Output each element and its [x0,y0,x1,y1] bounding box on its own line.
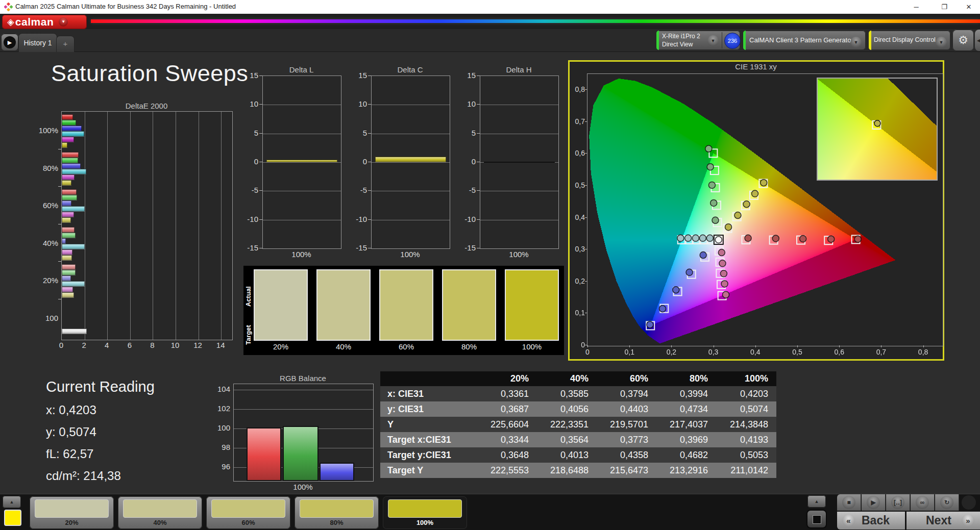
app-window: Calman 2025 Calman Ultimate for Business… [0,0,980,530]
cell-value: 0,3969 [656,432,716,447]
calman-logo-button[interactable]: ◈ calman ▼ [2,15,87,29]
cell-value: 0,4193 [716,432,776,447]
rgb-balance-plot[interactable] [233,384,374,482]
cell-value: 0,4403 [597,401,656,417]
axis-tick [629,345,630,347]
cell-value: 0,3794 [597,386,656,401]
gridline [176,112,176,340]
deltae-bar-cyan [62,206,85,212]
pattern-status-bar [743,31,746,50]
deltae-bar-yellow [62,217,71,223]
axis-tick [368,133,371,134]
cie-x-axis-label: 0,5 [787,348,807,356]
add-tab-button[interactable]: + [56,36,75,52]
deltae2000-chart-title: DeltaE 2000 [31,102,262,110]
cell-value: 222,3351 [537,417,597,432]
delta-bar [375,157,446,162]
tab-history-1[interactable]: History 1 [18,33,57,52]
measure-controls-panel: ▲ [805,494,828,530]
current-reading-x: x: 0,4203 [46,403,96,417]
chevron-down-icon: ▼ [850,37,862,48]
axis-tick [259,190,262,191]
cie-y-axis-label: 0,4 [562,213,585,221]
axis-tick [585,121,587,122]
spot-indicator [962,495,976,510]
y-axis-label: 0 [347,157,367,166]
chevrons-right-icon: » [962,514,974,527]
deltaC-plot[interactable] [371,75,450,249]
group-label: 60% [22,201,58,210]
cie-x-axis-label: 0 [577,348,598,356]
saturation-button-20%[interactable]: 20% [30,496,114,529]
deltae-bar-red [62,152,79,158]
saturation-button-40%[interactable]: 40% [118,496,202,529]
x-axis-label: 10 [167,341,183,349]
y-axis-label: 10 [455,99,476,108]
cell-value: 0,3773 [597,432,656,447]
gridline [221,112,222,340]
continuous-button[interactable]: ∞ [911,494,935,511]
stop-measure-button[interactable] [806,510,827,528]
next-button[interactable]: Next » [906,512,980,529]
y-axis-label: -15 [455,243,476,252]
tab-scroll-button[interactable]: ▶ [1,34,18,51]
cie-y-axis-label: 0,8 [562,85,585,93]
window-titlebar: Calman 2025 Calman Ultimate for Business… [0,0,980,14]
axis-tick [671,345,672,347]
axis-tick [585,313,587,313]
display-control-dropdown[interactable]: Direct Display Control ▼ [869,31,950,50]
axis-tick [58,299,61,299]
loop-button[interactable]: ↻ [935,494,959,511]
cie-y-axis-label: 0,3 [562,245,585,253]
expand-measure-panel-button[interactable]: ▲ [807,495,826,508]
restore-button[interactable]: ❐ [933,0,955,14]
saturation-button-80%[interactable]: 80% [295,496,379,529]
table-row: Target Y222,5553218,6488215,6473213,2916… [380,463,776,478]
meter-dropdown[interactable]: X-Rite i1Pro 2 Direct View ▼ 236 [656,31,740,50]
deltae-bar-blue [62,163,81,169]
y-axis-label: 5 [455,129,476,137]
minimize-button[interactable]: ─ [905,0,927,14]
saturation-button-60%[interactable]: 60% [206,496,290,529]
axis-tick [477,219,480,220]
axis-tick [259,219,262,220]
swatch-60% [379,269,433,341]
y-axis-label: 15 [347,71,367,80]
y-axis-label: -15 [238,243,258,252]
window-title: Calman 2025 Calman Ultimate for Business… [15,3,236,10]
deltae-bar-blue [62,275,71,281]
settings-gear-button[interactable]: ⚙ [952,30,974,51]
pattern-generator-dropdown[interactable]: CalMAN Client 3 Pattern Generator ▼ [743,31,866,50]
read-single-button[interactable]: [‥] [886,494,910,511]
axis-tick [259,133,262,134]
deltae2000-plot[interactable] [61,111,233,340]
deltae-bar-yellow [62,292,74,298]
stop-button[interactable]: ■ [837,494,861,511]
collapse-toolbar-button[interactable]: ◀ [975,30,980,51]
play-button[interactable]: ▶ [862,494,886,511]
back-button[interactable]: « Back [837,512,905,529]
swatch-20% [254,269,308,341]
y-axis-label: 0 [238,157,258,166]
loop-icon: ↻ [940,496,953,509]
gridline [153,112,153,340]
saturation-button-swatch [211,499,285,518]
meter-count-badge: 236 [724,33,741,49]
axis-tick [58,261,61,262]
cie-x-axis-label: 0,1 [619,348,640,356]
table-header-row: 20%40%60%80%100% [380,371,776,386]
swatch-label: 80% [442,342,496,351]
saturation-button-100%[interactable]: 100% [383,496,467,529]
axis-tick [477,248,480,248]
y-axis-label: 98 [210,443,230,451]
expand-patch-panel-button[interactable]: ▲ [3,496,21,508]
y-axis-label: -15 [347,243,367,252]
y-axis-label: -10 [347,215,367,223]
deltaH-plot[interactable] [480,75,559,249]
active-patch-color-button[interactable] [4,510,21,526]
gridline [85,112,85,340]
deltaL-plot[interactable] [262,75,341,249]
close-button[interactable]: ✕ [958,0,980,14]
row-label: Y [380,417,477,432]
gridline [130,112,131,340]
